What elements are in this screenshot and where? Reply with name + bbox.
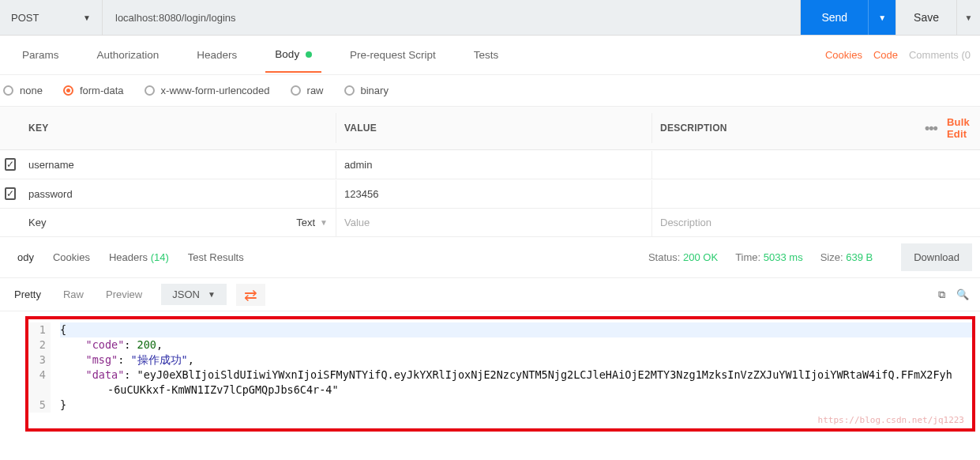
size-label: Size:	[820, 251, 843, 263]
search-icon[interactable]: 🔍	[956, 288, 969, 301]
cookies-link[interactable]: Cookies	[825, 49, 862, 61]
radio-label: binary	[361, 85, 389, 96]
send-label: Send	[821, 11, 847, 24]
request-topbar: POST ▼ localhost:8080/login/logins Send …	[0, 0, 980, 36]
save-button[interactable]: Save	[896, 0, 956, 35]
tab-body-label: Body	[275, 48, 299, 60]
resp-tab-headers[interactable]: Headers (14)	[100, 251, 178, 263]
comments-link[interactable]: Comments (0	[909, 49, 971, 61]
time-label: Time:	[735, 251, 760, 263]
body-type-radios: none form-data x-www-form-urlencoded raw…	[0, 75, 980, 107]
placeholder-text: Key	[28, 217, 46, 228]
radio-icon	[344, 85, 355, 96]
chevron-down-icon: ▼	[965, 13, 973, 22]
tab-headers[interactable]: Headers	[187, 38, 246, 72]
save-dropdown[interactable]: ▼	[956, 0, 980, 35]
row-key[interactable]: password	[21, 180, 336, 208]
body-indicator-icon	[306, 51, 312, 58]
save-label: Save	[914, 11, 939, 24]
radio-none[interactable]: none	[3, 85, 43, 96]
tab-authorization[interactable]: Authorization	[88, 38, 169, 72]
chevron-down-icon: ▼	[320, 218, 328, 227]
method-select[interactable]: POST ▼	[0, 0, 103, 35]
send-dropdown[interactable]: ▼	[869, 0, 896, 35]
time-block: Time: 5033 ms	[735, 251, 803, 263]
method-label: POST	[11, 12, 39, 24]
new-key-input[interactable]: Key Text ▼	[21, 209, 336, 236]
response-view-row: Pretty Raw Preview JSON ▼ ⇄ ⧉ 🔍	[0, 278, 980, 311]
url-input[interactable]: localhost:8080/login/logins	[103, 0, 801, 35]
watermark: https://blog.csdn.net/jq1223	[818, 415, 964, 425]
row-desc[interactable]	[652, 186, 917, 202]
resp-tab-body[interactable]: ody	[8, 251, 43, 263]
view-pretty[interactable]: Pretty	[3, 284, 52, 305]
checkbox-icon	[5, 158, 16, 171]
code-content[interactable]: { "code": 200, "msg": "操作成功", "data": "e…	[51, 322, 972, 413]
bulk-edit-link[interactable]: Bulk Edit	[947, 116, 972, 140]
form-data-table: KEY VALUE DESCRIPTION ••• Bulk Edit user…	[0, 107, 980, 237]
tab-tests[interactable]: Tests	[464, 38, 509, 72]
table-header: KEY VALUE DESCRIPTION ••• Bulk Edit	[0, 107, 980, 150]
spacer	[917, 215, 980, 231]
format-select[interactable]: JSON ▼	[161, 284, 227, 305]
download-button[interactable]: Download	[901, 243, 972, 271]
row-value[interactable]: 123456	[336, 180, 652, 208]
format-label: JSON	[172, 288, 200, 300]
col-value: VALUE	[336, 113, 652, 143]
radio-label: form-data	[80, 85, 124, 96]
row-desc[interactable]	[652, 156, 917, 172]
row-check[interactable]	[0, 179, 21, 208]
radio-icon	[63, 85, 73, 96]
response-meta: Status: 200 OK Time: 5033 ms Size: 639 B…	[648, 243, 972, 271]
row-check[interactable]	[0, 150, 21, 179]
tab-params[interactable]: Params	[13, 38, 69, 72]
col-key: KEY	[21, 113, 336, 143]
spacer	[0, 215, 21, 231]
header-actions: ••• Bulk Edit	[917, 107, 980, 149]
status-block: Status: 200 OK	[648, 251, 718, 263]
radio-label: none	[20, 85, 43, 96]
radio-icon	[291, 85, 301, 96]
table-row[interactable]: password 123456	[0, 179, 980, 209]
row-value[interactable]: admin	[336, 151, 652, 179]
response-body[interactable]: 12345 { "code": 200, "msg": "操作成功", "dat…	[25, 316, 975, 432]
view-right-icons: ⧉ 🔍	[938, 288, 977, 301]
headers-label: Headers	[109, 251, 148, 263]
size-value: 639 B	[846, 251, 873, 263]
radio-urlencoded[interactable]: x-www-form-urlencoded	[145, 85, 270, 96]
radio-raw[interactable]: raw	[291, 85, 324, 96]
chevron-down-icon: ▼	[83, 13, 91, 22]
wrap-lines-icon[interactable]: ⇄	[236, 284, 265, 306]
view-raw[interactable]: Raw	[52, 284, 95, 305]
chevron-down-icon: ▼	[208, 290, 216, 299]
code-link[interactable]: Code	[873, 49, 898, 61]
row-key[interactable]: username	[21, 151, 336, 179]
table-row-new[interactable]: Key Text ▼ Value Description	[0, 209, 980, 237]
status-value: 200 OK	[683, 251, 718, 263]
type-select[interactable]: Text ▼	[296, 217, 328, 228]
radio-icon	[145, 85, 155, 96]
radio-label: raw	[307, 85, 324, 96]
new-desc-input[interactable]: Description	[652, 209, 917, 236]
more-icon[interactable]: •••	[925, 120, 937, 137]
resp-tab-testresults[interactable]: Test Results	[178, 251, 253, 263]
radio-label: x-www-form-urlencoded	[161, 85, 270, 96]
resp-tab-cookies[interactable]: Cookies	[43, 251, 100, 263]
spacer	[917, 156, 980, 172]
radio-form-data[interactable]: form-data	[63, 85, 124, 96]
send-button[interactable]: Send	[801, 0, 869, 35]
tab-body[interactable]: Body	[265, 37, 321, 73]
radio-binary[interactable]: binary	[344, 85, 389, 96]
copy-icon[interactable]: ⧉	[938, 288, 945, 301]
table-row[interactable]: username admin	[0, 150, 980, 179]
checkbox-icon	[5, 187, 16, 200]
request-tabs: Params Authorization Headers Body Pre-re…	[0, 36, 980, 75]
tabs-right-links: Cookies Code Comments (0	[825, 49, 977, 61]
line-gutter: 12345	[28, 322, 51, 413]
tab-prerequest[interactable]: Pre-request Script	[340, 38, 445, 72]
response-tabs: ody Cookies Headers (14) Test Results St…	[0, 237, 980, 278]
new-value-input[interactable]: Value	[336, 209, 652, 236]
spacer	[917, 186, 980, 202]
status-label: Status:	[648, 251, 680, 263]
view-preview[interactable]: Preview	[95, 284, 153, 305]
